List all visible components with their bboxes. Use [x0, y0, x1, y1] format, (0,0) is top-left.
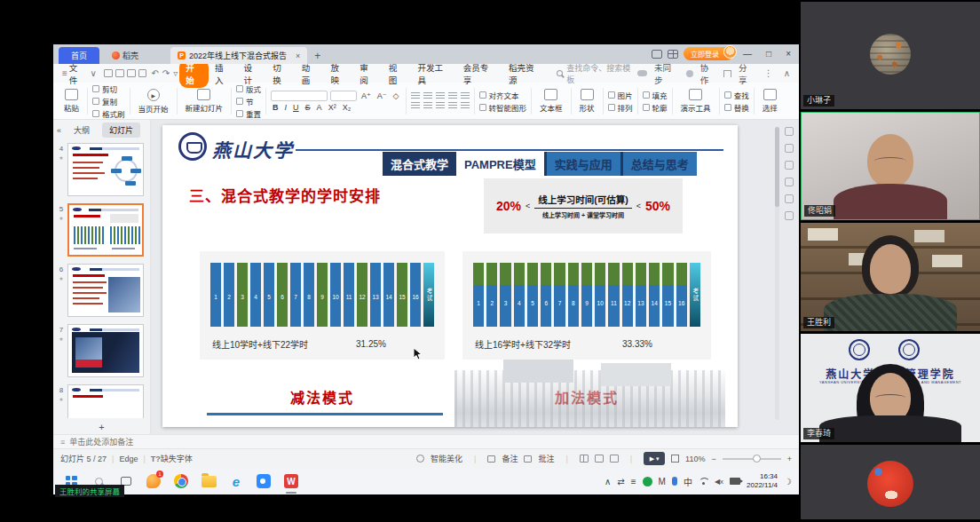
paragraph-align-icon[interactable] [436, 102, 445, 109]
preview-icon[interactable] [138, 69, 147, 77]
output-mode[interactable]: Edge [119, 455, 138, 463]
print-icon[interactable] [127, 69, 136, 77]
tray-m-app-icon[interactable]: M [659, 477, 666, 486]
ribbon-small-button-4-0[interactable]: 版式 [236, 83, 261, 94]
login-button[interactable]: 立即登录 [684, 47, 733, 60]
collab-button[interactable]: 协作 [700, 61, 717, 86]
slide-thumb-8[interactable]: 8★ [55, 384, 146, 418]
beautify-button[interactable]: 智能美化 [431, 453, 462, 464]
zoom-level[interactable]: 110% [685, 455, 705, 463]
slide-thumb-7[interactable]: 7★ [55, 324, 146, 377]
shrink-font-button[interactable]: A⁻ [375, 91, 389, 100]
wifi-icon[interactable] [699, 478, 708, 485]
sync-status[interactable]: 未同步 [654, 61, 679, 86]
taskbar-chrome-button[interactable] [170, 471, 192, 492]
comment-icon[interactable] [785, 178, 794, 186]
reading-view-icon[interactable] [610, 455, 619, 463]
command-search[interactable]: 查找命令、搜索模板 [557, 62, 637, 85]
taskbar-clock[interactable]: 16:342022/11/4 [747, 472, 778, 490]
slide-7-thumbnail[interactable] [67, 324, 144, 377]
redo-icon[interactable]: ↷ [162, 68, 170, 78]
slide-thumb-5[interactable]: 5★ [55, 203, 146, 257]
font-size-select[interactable] [330, 91, 357, 101]
thumbnail-list[interactable]: 4★ [53, 139, 150, 418]
ribbon-play-button[interactable]: 当页开始 [135, 89, 172, 114]
slide-thumb-6[interactable]: 6★ [55, 264, 146, 317]
format-a-button[interactable]: A [315, 103, 324, 112]
comment-button[interactable]: 批注 [538, 453, 554, 464]
slide[interactable]: 燕山大学 混合式教学PAMPRE模型实践与应用总结与思考 三、混合式教学的学时安… [162, 125, 738, 427]
ribbon-paste-button[interactable]: 粘贴 [60, 89, 83, 113]
vertical-scrollbar[interactable] [775, 127, 779, 420]
format-u-button[interactable]: U [291, 103, 301, 112]
volume-muted-icon[interactable]: ◀x [715, 478, 723, 486]
new-doc-icon[interactable] [104, 69, 113, 77]
ribbon-newslide-button[interactable]: 新建幻灯片 [182, 89, 227, 113]
resource-icon[interactable] [785, 211, 794, 220]
ribbon-small-button-13-1[interactable]: 替换 [724, 102, 749, 113]
ribbon-small-button-4-2[interactable]: 重置 [236, 108, 261, 119]
slide-nav-tab-1[interactable]: 混合式教学 [383, 152, 456, 176]
paragraph-align-icon[interactable] [448, 102, 457, 109]
taskbar-folder-button[interactable] [198, 471, 219, 492]
slide-thumb-4[interactable]: 4★ [55, 143, 146, 196]
format-x²-button[interactable]: X² [327, 103, 338, 112]
ribbon-small-button-13-0[interactable]: 查找 [724, 90, 749, 100]
paragraph-align-icon[interactable] [461, 92, 470, 99]
more-dropdown-icon[interactable]: ▿ [173, 68, 178, 78]
ribbon-shape-button[interactable]: 形状 [576, 89, 598, 113]
clear-format-button[interactable]: ◇ [391, 91, 401, 100]
paragraph-align-icon[interactable] [448, 92, 457, 99]
notification-moon-icon[interactable]: ☽ [784, 477, 792, 486]
collapse-ribbon-icon[interactable]: ∧ [784, 68, 790, 78]
close-button[interactable]: × [781, 49, 795, 59]
ribbon-small-button-1-1[interactable]: 复制 [92, 96, 125, 107]
ribbon-present-button[interactable]: 演示工具 [677, 89, 715, 113]
paragraph-align-icon[interactable] [423, 102, 432, 109]
zoom-slider-knob[interactable] [753, 455, 761, 463]
participant-tile-4[interactable]: 燕山大学 经济管理学院 YANSHAN UNIVERSITY SCHOOL OF… [801, 334, 980, 442]
panel-collapse-icon[interactable]: « [57, 126, 61, 135]
paragraph-align-icon[interactable] [461, 102, 470, 109]
taskbar-ie-button[interactable]: e [225, 471, 247, 492]
tray-green-app-icon[interactable] [643, 477, 652, 486]
sorter-view-icon[interactable] [595, 455, 604, 463]
normal-view-icon[interactable] [580, 455, 589, 463]
tab-close-icon[interactable]: × [296, 51, 300, 60]
tab-home[interactable]: 首页 [59, 47, 99, 64]
ribbon-small-button-1-2[interactable]: 格式刷 [92, 108, 125, 119]
slide-nav-tab-3[interactable]: 实践与应用 [544, 152, 620, 176]
format-i-button[interactable]: I [283, 103, 289, 112]
paragraph-align-icon[interactable] [411, 102, 420, 109]
notes-bar[interactable]: ≡ 单击此处添加备注 [53, 434, 799, 448]
ribbon-small-button-10-0[interactable]: 图片 [608, 90, 633, 100]
tab-document[interactable]: P 2022年线上线下混合式报告 × [170, 47, 307, 64]
participant-tile-2-speaking[interactable]: 佟昭娟 [801, 112, 980, 220]
zoom-in-button[interactable]: + [787, 455, 792, 463]
slideshow-play-button[interactable]: ▶▾ [644, 452, 665, 465]
ribbon-small-button-1-0[interactable]: 剪切 [92, 83, 125, 94]
ribbon-small-button-10-1[interactable]: 排列 [608, 102, 633, 113]
ribbon-small-button-11-1[interactable]: 轮廓 [643, 102, 668, 113]
share-button[interactable]: 分享 [739, 61, 755, 86]
minimize-button[interactable]: — [739, 49, 756, 59]
add-slide-button[interactable]: + [53, 422, 150, 432]
ribbon-textbox-button[interactable]: 文本框 [536, 89, 566, 113]
zoom-slider[interactable] [723, 458, 781, 460]
format-s-button[interactable]: S [304, 103, 312, 112]
properties-icon[interactable] [785, 127, 794, 136]
grow-font-button[interactable]: A⁺ [360, 91, 373, 100]
slide-nav-tab-2[interactable]: PAMPRE模型 [456, 152, 544, 176]
tab-slides[interactable]: 幻灯片 [102, 123, 140, 138]
tray-microphone-icon[interactable] [672, 477, 677, 486]
animation-icon[interactable] [785, 161, 794, 170]
camera-icon[interactable] [730, 478, 740, 485]
participant-tile-3[interactable]: 王胜利 [801, 223, 980, 331]
missing-font-label[interactable]: 缺失字体 [161, 453, 193, 464]
format-x₂-button[interactable]: X₂ [341, 103, 353, 112]
slide-5-thumbnail-selected[interactable] [67, 203, 144, 257]
tray-chevron-up-icon[interactable]: ∧ [605, 477, 611, 486]
ribbon-select-button[interactable]: 选择 [759, 89, 781, 113]
new-tab-button[interactable]: + [307, 48, 328, 64]
zoom-out-button[interactable]: − [711, 455, 715, 463]
